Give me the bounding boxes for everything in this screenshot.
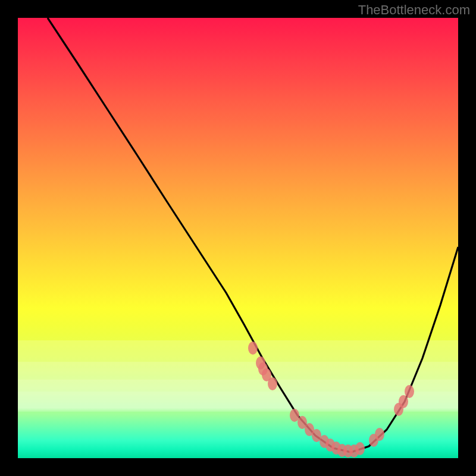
outer-frame: TheBottleneck.com — [0, 0, 476, 476]
attribution-text: TheBottleneck.com — [358, 2, 470, 18]
plot-area — [18, 18, 458, 458]
